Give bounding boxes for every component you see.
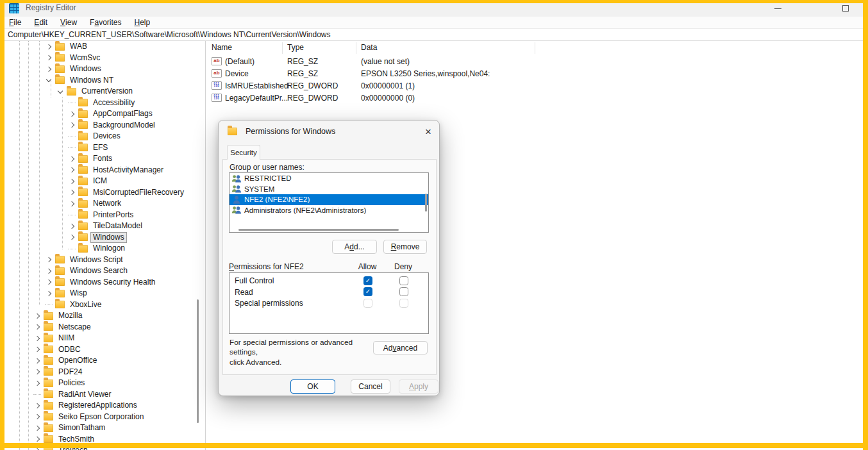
vertical-scrollbar-thumb[interactable] [425,194,427,212]
tree-item[interactable]: PDF24 [5,367,205,378]
tree-item[interactable]: Winlogon [5,243,205,254]
tree-item[interactable]: XboxLive [5,299,205,311]
menu-item[interactable]: Favorites [83,17,128,28]
add-button[interactable]: Add... [332,240,377,254]
tree-item[interactable]: Seiko Epson Corporation [5,412,205,423]
chevron-icon[interactable] [33,322,42,331]
apply-button[interactable]: Apply [399,379,438,394]
advanced-button[interactable]: Advanced [373,341,428,354]
address-bar[interactable]: Computer\HKEY_CURRENT_USER\Software\Micr… [0,28,868,41]
chevron-icon[interactable] [45,53,54,62]
tree-item[interactable]: RadiAnt Viewer [5,389,205,401]
chevron-icon[interactable] [45,65,54,74]
tree-item[interactable]: ICM [5,176,205,187]
chevron-icon[interactable] [68,210,77,219]
tab-security[interactable]: Security [227,145,260,160]
menu-item[interactable]: Edit [28,17,54,28]
chevron-icon[interactable] [68,199,77,208]
panel-splitter[interactable] [205,41,206,450]
chevron-icon[interactable] [45,289,54,298]
tree-item[interactable]: Policies [5,378,205,389]
chevron-icon[interactable] [33,312,42,321]
horizontal-scrollbar-thumb[interactable] [238,229,399,231]
deny-checkbox[interactable] [399,276,408,285]
column-separator[interactable] [282,42,283,54]
chevron-icon[interactable] [68,177,77,186]
registry-value-row[interactable]: IsMRUEstablished REG_DWORD 0x00000001 (1… [206,79,863,92]
chevron-icon[interactable] [33,401,42,410]
chevron-icon[interactable] [68,98,77,107]
tree-item[interactable]: Windows [5,63,205,75]
user-row[interactable]: Administrators (NFE2\Administrators) [230,205,428,216]
tree-item[interactable]: MsiCorruptedFileRecovery [5,187,205,199]
deny-checkbox[interactable] [399,299,408,308]
remove-button[interactable]: Remove [383,240,427,254]
tree-item[interactable]: TileDataModel [5,221,205,232]
chevron-icon[interactable] [68,233,77,242]
user-row[interactable]: NFE2 (NFE2\NFE2) [230,194,428,205]
chevron-icon[interactable] [45,76,54,85]
menu-item[interactable]: View [54,17,83,28]
tree-item[interactable]: Windows Script [5,254,205,266]
chevron-icon[interactable] [68,165,77,174]
cancel-button[interactable]: Cancel [351,379,390,394]
tree-item[interactable]: Wisp [5,288,205,299]
column-header-type[interactable]: Type [287,43,304,52]
tree-item[interactable]: Accessibility [5,97,205,109]
tree-item[interactable]: ODBC [5,344,205,356]
chevron-icon[interactable] [45,255,54,264]
tree-item[interactable]: Netscape [5,322,205,333]
chevron-icon[interactable] [33,367,42,376]
tree-item[interactable]: Windows [5,232,205,244]
chevron-icon[interactable] [33,334,42,343]
column-separator[interactable] [356,42,356,54]
chevron-icon[interactable] [45,267,54,276]
tree-item[interactable]: Windows NT [5,75,205,87]
chevron-icon[interactable] [45,278,54,287]
chevron-icon[interactable] [33,412,42,421]
tree-item[interactable]: PrinterPorts [5,210,205,221]
chevron-icon[interactable] [68,154,77,163]
chevron-icon[interactable] [68,121,77,129]
allow-checkbox[interactable] [363,276,372,285]
allow-checkbox[interactable] [363,287,372,296]
tree-item[interactable]: Network [5,198,205,210]
tree-item[interactable]: SimonTatham [5,422,205,434]
tree-item[interactable]: BackgroundModel [5,120,205,131]
chevron-icon[interactable] [68,110,77,119]
ok-button[interactable]: OK [290,379,335,394]
chevron-icon[interactable] [68,244,77,253]
tree-item[interactable]: Mozilla [5,310,205,322]
menu-item[interactable]: Help [128,17,156,28]
column-header-data[interactable]: Data [361,43,377,52]
user-row[interactable]: SYSTEM [230,184,428,195]
tree-item[interactable]: NIIM [5,333,205,344]
registry-value-row[interactable]: Device REG_SZ EPSON L3250 Series,winspoo… [206,67,863,79]
chevron-icon[interactable] [33,379,42,388]
tree-item[interactable]: AppCompatFlags [5,108,205,120]
close-icon[interactable]: × [425,126,431,137]
chevron-icon[interactable] [33,390,42,399]
tree-item[interactable]: WAB [5,41,205,53]
column-header-name[interactable]: Name [212,43,232,52]
tree-item[interactable]: CurrentVersion [5,86,205,97]
chevron-icon[interactable] [45,42,54,51]
tree-item[interactable]: HostActivityManager [5,165,205,176]
registry-value-row[interactable]: (Default) REG_SZ (value not set) [206,55,863,67]
chevron-icon[interactable] [33,356,42,365]
tree-item[interactable]: Devices [5,131,205,142]
tree-item[interactable]: WcmSvc [5,53,205,64]
menu-item[interactable]: File [3,17,28,28]
tree-item[interactable]: EFS [5,142,205,154]
chevron-icon[interactable] [33,424,42,433]
tree-item[interactable]: OpenOffice [5,355,205,367]
chevron-icon[interactable] [45,300,54,309]
tree-item[interactable]: Windows Search [5,265,205,277]
chevron-icon[interactable] [68,222,77,231]
tree-item[interactable]: Windows Security Health [5,277,205,288]
chevron-icon[interactable] [68,143,77,152]
user-row[interactable]: RESTRICTED [230,173,428,184]
chevron-icon[interactable] [33,345,42,354]
deny-checkbox[interactable] [399,287,408,296]
chevron-icon[interactable] [68,132,77,141]
